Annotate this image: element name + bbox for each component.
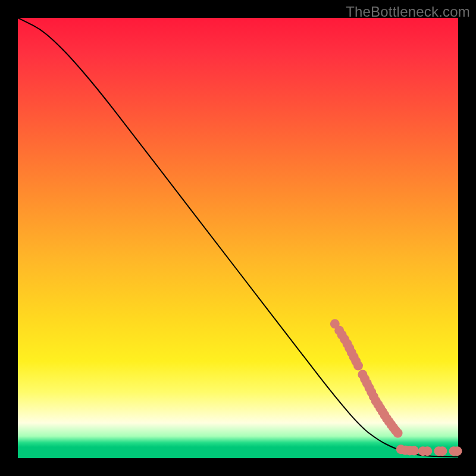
data-markers [330,319,462,456]
bottleneck-curve [18,18,458,457]
plot-area [18,18,458,458]
data-point-marker [437,446,447,456]
data-point-marker [409,446,419,455]
data-point-marker [422,446,432,456]
data-point-marker [393,428,403,438]
data-point-marker [453,446,462,456]
chart-svg [18,18,458,458]
data-point-marker [353,361,363,371]
